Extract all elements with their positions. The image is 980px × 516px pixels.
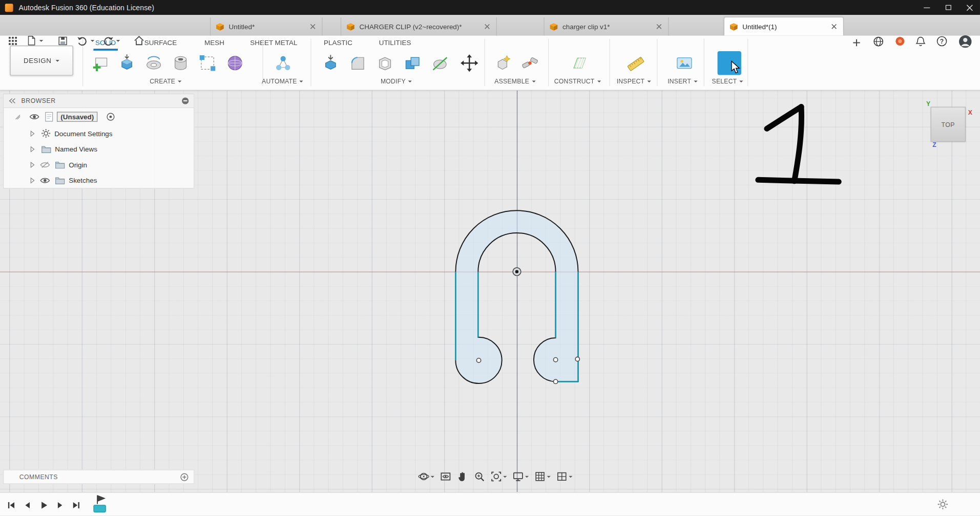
- group-insert[interactable]: INSERT: [668, 78, 697, 85]
- group-inspect[interactable]: INSPECT: [617, 78, 651, 85]
- document-tab-active[interactable]: Untitled*(1): [724, 17, 844, 35]
- save-icon[interactable]: [56, 34, 69, 47]
- help-icon[interactable]: ?: [935, 34, 949, 48]
- redo-caret-icon[interactable]: [114, 34, 122, 47]
- undo-caret-icon[interactable]: [89, 34, 96, 47]
- close-button[interactable]: [958, 0, 979, 15]
- maximize-button[interactable]: [937, 0, 958, 15]
- browser-item-document-settings[interactable]: Document Settings: [4, 125, 194, 141]
- grid-snaps-icon[interactable]: [532, 469, 552, 483]
- press-pull-icon[interactable]: [319, 51, 342, 75]
- item-label: Named Views: [55, 145, 97, 153]
- fit-icon[interactable]: [489, 469, 509, 483]
- redo-icon[interactable]: [102, 34, 115, 47]
- group-assemble[interactable]: ASSEMBLE: [494, 78, 535, 85]
- move-copy-icon[interactable]: [457, 51, 481, 75]
- document-cube-icon: [216, 22, 224, 31]
- document-tab[interactable]: Untitled*: [210, 17, 323, 35]
- comments-bar[interactable]: COMMENTS: [3, 469, 194, 484]
- tab-close-icon[interactable]: [654, 22, 663, 31]
- viewports-icon[interactable]: [554, 469, 574, 483]
- ribbon-tab-surface[interactable]: SURFACE: [142, 38, 179, 49]
- measure-icon[interactable]: [624, 51, 648, 75]
- expander-icon[interactable]: [30, 161, 35, 167]
- combine-icon[interactable]: [401, 51, 424, 75]
- group-create[interactable]: CREATE: [150, 78, 181, 85]
- visibility-eye-icon[interactable]: [40, 177, 50, 184]
- browser-item-named-views[interactable]: Named Views: [4, 141, 194, 157]
- collapse-tree-icon[interactable]: [181, 97, 190, 105]
- document-tab[interactable]: charger clip v1*: [544, 17, 669, 35]
- create-form-icon[interactable]: [223, 51, 247, 75]
- new-tab-icon[interactable]: [850, 36, 862, 49]
- group-automate[interactable]: AUTOMATE: [262, 78, 303, 85]
- split-body-icon[interactable]: [428, 51, 452, 75]
- minimize-button[interactable]: [916, 0, 937, 15]
- job-status-icon[interactable]: [893, 34, 907, 48]
- timeline-go-to-start-icon[interactable]: [4, 498, 18, 512]
- document-cube-icon: [549, 22, 558, 31]
- expander-icon[interactable]: [30, 146, 35, 152]
- look-at-icon[interactable]: [438, 469, 453, 483]
- revolve-icon[interactable]: [142, 51, 165, 75]
- ribbon-tab-sheet-metal[interactable]: SHEET METAL: [248, 38, 299, 49]
- user-avatar[interactable]: [958, 34, 972, 48]
- document-tab[interactable]: CHARGER CLIP (v2~recovered)*: [341, 17, 497, 35]
- workspace-selector[interactable]: DESIGN: [10, 46, 73, 76]
- viewcube-face-label[interactable]: TOP: [941, 121, 955, 127]
- insert-canvas-icon[interactable]: [673, 51, 696, 75]
- undo-icon[interactable]: [76, 34, 88, 47]
- shell-icon[interactable]: [373, 51, 397, 75]
- separator: [310, 39, 311, 87]
- timeline-settings-gear-icon[interactable]: [937, 499, 948, 512]
- zoom-icon[interactable]: [472, 469, 487, 483]
- browser-item-root[interactable]: (Unsaved): [4, 108, 194, 125]
- ribbon-tab-plastic[interactable]: PLASTIC: [322, 38, 354, 49]
- create-sketch-icon[interactable]: [89, 51, 112, 75]
- timeline-step-forward-icon[interactable]: [52, 498, 67, 512]
- timeline-step-back-icon[interactable]: [20, 498, 35, 512]
- file-menu-icon[interactable]: [25, 34, 37, 47]
- browser-item-sketches[interactable]: Sketches: [4, 173, 194, 188]
- hole-icon[interactable]: [169, 51, 192, 75]
- tab-close-icon[interactable]: [483, 22, 491, 31]
- timeline-play-icon[interactable]: [36, 498, 51, 512]
- extensions-globe-icon[interactable]: [871, 34, 885, 48]
- ribbon-tab-mesh[interactable]: MESH: [202, 38, 226, 49]
- home-icon[interactable]: [133, 34, 145, 47]
- group-select[interactable]: SELECT: [712, 78, 743, 85]
- tab-close-icon[interactable]: [308, 22, 317, 31]
- new-component-icon[interactable]: [491, 51, 514, 75]
- fillet-icon[interactable]: [346, 51, 369, 75]
- construction-plane-icon[interactable]: [567, 51, 591, 75]
- joint-icon[interactable]: [518, 51, 541, 75]
- viewcube[interactable]: TOP: [931, 107, 966, 142]
- tab-close-icon[interactable]: [829, 22, 838, 31]
- timeline-go-to-end-icon[interactable]: [69, 498, 84, 512]
- activate-component-icon[interactable]: [107, 113, 115, 121]
- automate-icon[interactable]: [271, 51, 295, 75]
- expander-icon[interactable]: [30, 130, 35, 136]
- ribbon-tab-utilities[interactable]: UTILITIES: [377, 38, 413, 49]
- browser-item-origin[interactable]: Origin: [4, 157, 194, 173]
- display-settings-icon[interactable]: [511, 469, 531, 483]
- file-menu-caret-icon[interactable]: [37, 34, 45, 47]
- collapse-panel-icon[interactable]: [8, 97, 16, 104]
- add-comment-icon[interactable]: [180, 472, 189, 481]
- root-document-label[interactable]: (Unsaved): [57, 112, 98, 122]
- orbit-icon[interactable]: [416, 469, 436, 483]
- notifications-bell-icon[interactable]: [914, 34, 928, 48]
- timeline-playhead[interactable]: [93, 494, 109, 516]
- visibility-eye-icon[interactable]: [29, 113, 39, 121]
- group-modify[interactable]: MODIFY: [381, 78, 412, 85]
- group-construct[interactable]: CONSTRUCT: [554, 78, 601, 85]
- expander-icon[interactable]: [30, 177, 35, 183]
- pattern-icon[interactable]: [196, 51, 219, 75]
- extrude-icon[interactable]: [115, 51, 138, 75]
- pan-icon[interactable]: [455, 469, 470, 483]
- origin-point[interactable]: [513, 268, 521, 276]
- app-grid-menu-icon[interactable]: [6, 34, 18, 47]
- sketch-profile[interactable]: [455, 210, 578, 383]
- visibility-eye-off-icon[interactable]: [40, 161, 50, 168]
- workspace-label: DESIGN: [24, 57, 51, 64]
